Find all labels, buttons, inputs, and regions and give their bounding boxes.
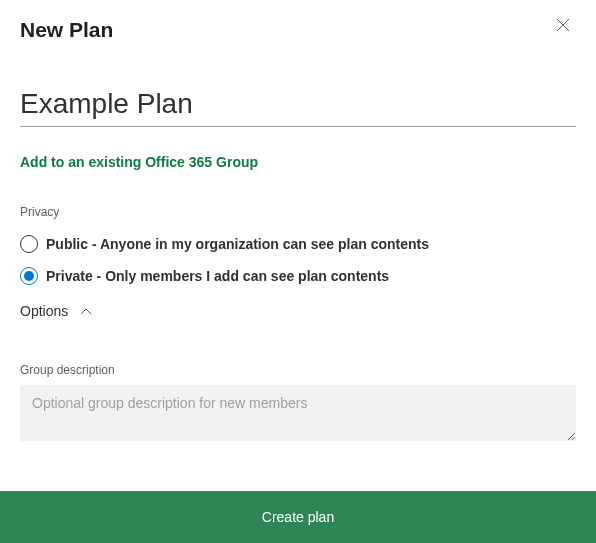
radio-unselected-icon xyxy=(20,235,38,253)
add-existing-group-link[interactable]: Add to an existing Office 365 Group xyxy=(20,154,258,170)
close-button[interactable] xyxy=(554,16,572,38)
privacy-public-radio[interactable]: Public - Anyone in my organization can s… xyxy=(20,235,576,253)
privacy-private-radio[interactable]: Private - Only members I add can see pla… xyxy=(20,267,576,285)
privacy-private-label: Private - Only members I add can see pla… xyxy=(46,268,389,284)
create-plan-button[interactable]: Create plan xyxy=(0,491,596,543)
radio-selected-icon xyxy=(20,267,38,285)
group-description-textarea[interactable] xyxy=(20,385,576,441)
privacy-public-label: Public - Anyone in my organization can s… xyxy=(46,236,429,252)
group-description-label: Group description xyxy=(20,363,576,377)
options-label: Options xyxy=(20,303,68,319)
plan-name-input[interactable] xyxy=(20,84,576,127)
dialog-title: New Plan xyxy=(20,18,113,42)
close-icon xyxy=(556,18,570,32)
options-toggle[interactable]: Options xyxy=(20,303,576,319)
chevron-up-icon xyxy=(80,303,92,319)
privacy-label: Privacy xyxy=(20,205,576,219)
